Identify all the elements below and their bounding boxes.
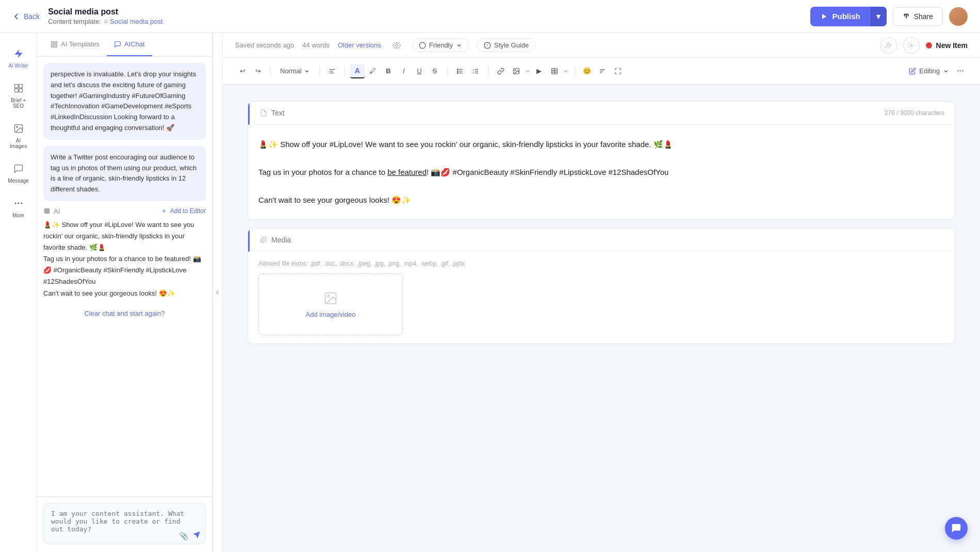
editing-mode-selector[interactable]: Editing: [909, 67, 949, 75]
svg-rect-2: [14, 85, 18, 88]
editor-text-content[interactable]: 💄✨ Show off your #LipLove! We want to se…: [248, 125, 955, 219]
tab-aichat-label: AIChat: [124, 40, 145, 48]
redo-button[interactable]: ↪: [251, 64, 265, 78]
svg-rect-14: [55, 45, 57, 47]
ai-input-wrapper: 📎: [43, 503, 206, 546]
insert-group: ▶: [494, 64, 569, 78]
svg-point-10: [21, 202, 22, 204]
emoji-button[interactable]: 😊: [580, 64, 594, 78]
variables-button[interactable]: [611, 64, 625, 78]
chat-text-1: perspective is invaluable. Let's drop yo…: [51, 70, 196, 132]
add-collaborator-button[interactable]: [880, 37, 897, 54]
text-section: Text 276 / 3000 characters 💄✨ Show off y…: [248, 101, 955, 220]
text-section-title: Text: [271, 109, 285, 117]
image-icon: [11, 121, 26, 136]
editing-label: Editing: [919, 67, 940, 75]
svg-rect-4: [14, 89, 18, 92]
highlight-button[interactable]: 🖊: [366, 64, 380, 78]
sidebar-item-message[interactable]: Message: [3, 156, 34, 189]
text-section-header: Text 276 / 3000 characters: [248, 102, 955, 125]
publish-button[interactable]: Publish ▾: [810, 7, 886, 26]
sidebar-label-ai-writer: AI Writer: [8, 63, 28, 69]
top-header: Back Social media post Content template:…: [0, 0, 980, 33]
add-media-label: Add image/video: [306, 311, 356, 318]
svg-point-21: [910, 44, 912, 46]
strikethrough-button[interactable]: S: [428, 64, 442, 78]
new-item-button[interactable]: New Item: [926, 41, 968, 50]
header-left: Back Social media post Content template:…: [12, 7, 163, 25]
send-icon[interactable]: [192, 531, 201, 541]
attachment-icon[interactable]: 📎: [179, 532, 188, 540]
media-dropdown-icon[interactable]: [525, 68, 531, 74]
template-label: Content template:: [48, 18, 101, 25]
bullet-list-button[interactable]: [453, 64, 467, 78]
sidebar-label-message: Message: [8, 178, 29, 184]
sidebar-item-more[interactable]: More: [3, 191, 34, 223]
header-info: Social media post Content template: # So…: [48, 7, 162, 25]
header-right: Publish ▾ Share: [810, 7, 968, 26]
media-upload-box[interactable]: Add image/video: [258, 273, 403, 335]
older-versions-button[interactable]: Older versions: [338, 41, 381, 49]
share-button[interactable]: Share: [893, 7, 943, 26]
chat-message-ai-1: AI Add to Editor 💄✨ Show off your #LipLo…: [43, 207, 206, 299]
ai-input-actions: 📎: [179, 531, 201, 541]
ai-panel-tabs: AI Templates AIChat: [37, 33, 212, 57]
list-group: [453, 64, 483, 78]
toolbar-sep-6: [574, 66, 575, 76]
bold-button[interactable]: B: [381, 64, 396, 78]
svg-rect-11: [52, 41, 54, 43]
sidebar-item-ai-writer[interactable]: AI Writer: [3, 41, 34, 74]
svg-point-35: [515, 70, 516, 71]
tab-aichat[interactable]: AIChat: [107, 33, 152, 56]
back-button[interactable]: Back: [12, 12, 40, 21]
spellcheck-button[interactable]: [595, 64, 610, 78]
svg-rect-15: [44, 208, 50, 214]
clear-chat-button[interactable]: Clear chat and start again?: [43, 305, 206, 321]
chat-messages-area: perspective is invaluable. Let's drop yo…: [37, 57, 212, 496]
link-button[interactable]: [494, 64, 508, 78]
text-section-label: Text: [260, 109, 285, 117]
chat-support-button[interactable]: [945, 517, 968, 540]
svg-point-28: [457, 69, 458, 70]
word-count: 44 words: [302, 41, 330, 49]
ai-message-header: AI Add to Editor: [43, 207, 206, 215]
message-icon: [11, 161, 26, 176]
tone-selector[interactable]: Friendly: [412, 38, 469, 52]
toolbar-more-button[interactable]: •••: [953, 64, 968, 78]
add-to-editor-button[interactable]: Add to Editor: [161, 207, 206, 215]
table-dropdown-icon[interactable]: [563, 68, 569, 74]
panel-collapse-button[interactable]: [213, 33, 223, 552]
align-button[interactable]: [325, 64, 339, 78]
underline-button[interactable]: U: [412, 64, 427, 78]
publish-label: Publish: [832, 12, 860, 21]
play-button[interactable]: ▶: [532, 64, 546, 78]
toolbar-sep-5: [488, 66, 488, 76]
svg-rect-12: [55, 41, 57, 43]
svg-point-41: [328, 295, 330, 297]
svg-marker-1: [14, 50, 22, 58]
extra-group: 😊: [580, 64, 625, 78]
settings-button[interactable]: [903, 37, 920, 54]
toolbar-sep-1: [270, 66, 271, 76]
share-label: Share: [914, 12, 933, 21]
table-button[interactable]: [547, 64, 562, 78]
media-section-title: Media: [271, 236, 291, 244]
numbered-list-button[interactable]: [468, 64, 483, 78]
editor-main: Text 276 / 3000 characters 💄✨ Show off y…: [223, 85, 980, 552]
sidebar-item-brief-seo[interactable]: Brief + SEO: [3, 76, 34, 114]
sidebar-item-ai-images[interactable]: AI Images: [3, 116, 34, 154]
italic-button[interactable]: I: [397, 64, 411, 78]
undo-button[interactable]: ↩: [235, 64, 250, 78]
preview-button[interactable]: [389, 38, 404, 53]
template-link[interactable]: # Social media post: [104, 18, 163, 25]
avatar[interactable]: [949, 7, 968, 26]
chat-text-2: Write a Twitter post encouraging our aud…: [51, 153, 197, 193]
tab-ai-templates-label: AI Templates: [61, 40, 100, 48]
dots-icon: [11, 196, 26, 210]
text-style-select[interactable]: Normal: [276, 64, 314, 78]
ai-label: AI: [43, 207, 60, 215]
tab-ai-templates[interactable]: AI Templates: [43, 33, 107, 56]
media-button[interactable]: [509, 64, 524, 78]
style-guide-button[interactable]: Style Guide: [477, 38, 535, 52]
font-color-button[interactable]: A: [350, 64, 365, 78]
